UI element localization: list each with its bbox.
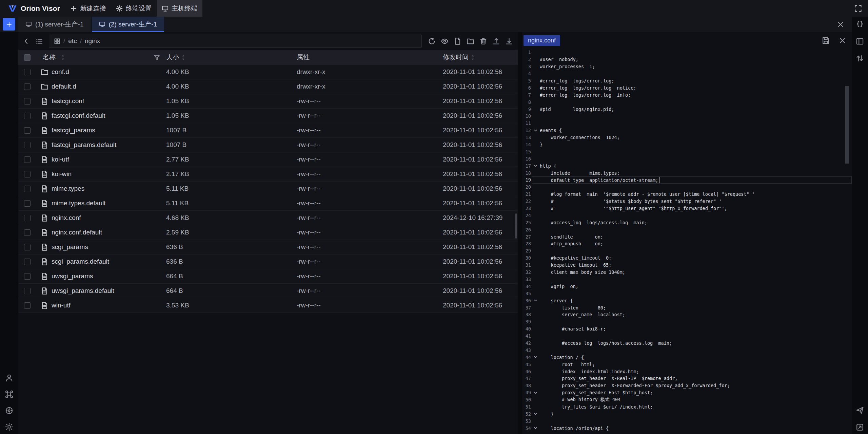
file-name[interactable]: scgi_params [52,243,88,251]
file-row[interactable]: koi-win 2.17 KB -rw-r--r-- 2020-11-01 10… [18,167,518,182]
file-panel-scrollbar[interactable] [515,213,517,239]
file-row[interactable]: default.d 4.00 KB drwxr-xr-x 2020-11-01 … [18,79,518,94]
code-line[interactable]: 29 [522,247,852,254]
braces-button[interactable] [856,20,864,29]
code-line[interactable]: 17http { [522,162,852,169]
file-name[interactable]: nginx.conf [52,214,81,222]
terminal-tab[interactable]: (1) server-生产-1 [18,17,91,32]
code-line[interactable]: 21 #log_format main '$remote_addr - $rem… [522,191,852,198]
code-line[interactable]: 34 #gzip on; [522,283,852,290]
row-checkbox[interactable] [24,244,31,250]
row-checkbox[interactable] [24,113,31,119]
path-segment[interactable]: nginx [85,37,100,45]
file-row[interactable]: fastcgi_params 1007 B -rw-r--r-- 2020-11… [18,123,518,138]
file-row[interactable]: nginx.conf 4.68 KB -rw-r--r-- 2024-12-10… [18,211,518,225]
sort-mtime-icon[interactable] [471,54,475,61]
file-row[interactable]: fastcgi.conf 1.05 KB -rw-r--r-- 2020-11-… [18,94,518,109]
file-row[interactable]: mime.types 5.11 KB -rw-r--r-- 2020-11-01… [18,182,518,196]
code-line[interactable]: 32 client_max_body_size 1048m; [522,269,852,276]
code-line[interactable]: 7#error_log logs/error.log info; [522,91,852,98]
code-line[interactable]: 51 try_files $uri $uri/ /index.html; [522,403,852,411]
code-line[interactable]: 50 # web history 模式 404 [522,396,852,403]
fullscreen-button[interactable] [854,5,862,12]
row-checkbox[interactable] [24,229,31,236]
upload-button[interactable] [490,35,502,47]
menu-item[interactable]: 终端设置 [111,0,157,17]
file-row[interactable]: fastcgi.conf.default 1.05 KB -rw-r--r-- … [18,109,518,123]
root-directory-icon[interactable] [54,38,60,44]
file-row[interactable]: uwsgi_params.default 664 B -rw-r--r-- 20… [18,284,518,298]
row-checkbox[interactable] [24,186,31,192]
code-line[interactable]: 20 [522,184,852,191]
code-line[interactable]: 47 proxy_set_header X-Real-IP $remote_ad… [522,375,852,382]
code-line[interactable]: 23 # '"$http_user_agent" "$http_x_forwar… [522,205,852,212]
column-header-name[interactable]: 名称 [43,53,56,62]
code-line[interactable]: 25 #access_log logs/access.log main; [522,219,852,226]
file-name[interactable]: fastcgi_params [52,127,95,134]
file-name[interactable]: fastcgi.conf.default [52,112,105,119]
row-checkbox[interactable] [24,273,31,280]
code-line[interactable]: 12events { [522,127,852,134]
path-breadcrumb[interactable]: /etc/nginx [49,35,422,48]
file-row[interactable]: mime.types.default 5.11 KB -rw-r--r-- 20… [18,196,518,211]
fold-toggle-icon[interactable] [531,128,540,133]
code-line[interactable]: 24 [522,212,852,219]
back-button[interactable] [20,35,32,47]
code-line[interactable]: 33 [522,276,852,283]
send-button[interactable] [856,406,864,414]
code-line[interactable]: 26 [522,226,852,233]
code-line[interactable]: 45 root html; [522,361,852,368]
code-line[interactable]: 36 server { [522,297,852,304]
sort-name-icon[interactable] [61,54,65,61]
file-row[interactable]: scgi_params.default 636 B -rw-r--r-- 202… [18,254,518,269]
file-name[interactable]: koi-win [52,170,72,178]
code-editor[interactable]: 12#user nobody;3worker_processes 1;45#er… [522,49,852,434]
code-line[interactable]: 52 } [522,410,852,417]
code-line[interactable]: 31 keepalive_timeout 65; [522,262,852,269]
code-line[interactable]: 14} [522,141,852,148]
file-name[interactable]: win-utf [52,302,71,309]
code-line[interactable]: 6#error_log logs/error.log notice; [522,84,852,91]
code-line[interactable]: 39 [522,318,852,325]
theme-button[interactable] [5,406,14,415]
code-line[interactable]: 37 listen 80; [522,304,852,311]
code-line[interactable]: 44 location / { [522,354,852,361]
code-line[interactable]: 8 [522,98,852,106]
code-line[interactable]: 13 worker_connections 1024; [522,134,852,141]
fold-toggle-icon[interactable] [531,391,540,395]
download-button[interactable] [503,35,515,47]
menu-item[interactable]: 主机终端 [157,0,202,17]
code-line[interactable]: 46 index index.html index.htm; [522,368,852,375]
new-folder-button[interactable] [464,35,476,47]
row-checkbox[interactable] [24,127,31,134]
sort-size-icon[interactable] [181,54,185,61]
code-line[interactable]: 19 default_type application/octet-stream… [522,176,852,184]
refresh-button[interactable] [426,35,438,47]
file-row[interactable]: win-utf 3.53 KB -rw-r--r-- 2020-11-01 10… [18,298,518,313]
file-name[interactable]: uwsgi_params.default [52,287,114,295]
file-row[interactable]: uwsgi_params 664 B -rw-r--r-- 2020-11-01… [18,269,518,284]
column-header-mtime[interactable]: 修改时间 [443,53,469,62]
column-header-size[interactable]: 大小 [166,53,179,62]
file-name[interactable]: fastcgi.conf [52,97,84,105]
code-line[interactable]: 48 proxy_set_header X-Forwarded-For $pro… [522,382,852,389]
code-line[interactable]: 42 #access_log logs/host.access.log main… [522,340,852,347]
select-all-checkbox[interactable] [24,54,31,61]
row-checkbox[interactable] [24,200,31,207]
list-button[interactable] [33,35,45,47]
file-row[interactable]: conf.d 4.00 KB drwxr-xr-x 2020-11-01 10:… [18,65,518,79]
code-line[interactable]: 3worker_processes 1; [522,63,852,70]
code-line[interactable]: 38 server_name localhost; [522,311,852,318]
editor-file-tab[interactable]: nginx.conf [524,35,560,46]
code-line[interactable]: 1 [522,49,852,56]
editor-scrollbar-thumb[interactable] [845,86,849,164]
file-row[interactable]: scgi_params 636 B -rw-r--r-- 2020-11-01 … [18,240,518,254]
code-line[interactable]: 40 #charset koi8-r; [522,325,852,333]
file-name[interactable]: scgi_params.default [52,258,109,265]
new-tab-button[interactable] [3,18,15,31]
row-checkbox[interactable] [24,83,31,90]
panel-button[interactable] [856,37,864,45]
code-line[interactable]: 15 [522,148,852,155]
save-button[interactable] [822,37,830,44]
code-line[interactable]: 30 #keepalive_timeout 0; [522,254,852,262]
